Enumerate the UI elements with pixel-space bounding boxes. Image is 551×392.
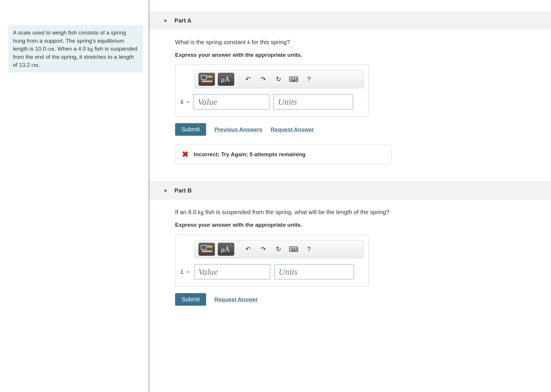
undo-icon[interactable]: ↶: [242, 73, 254, 85]
reset-icon[interactable]: ↻: [272, 243, 285, 255]
answer-toolbar: μÅ° ↶ ↷ ↻ ?: [194, 70, 364, 88]
part-b-answer-panel: μÅ° ↶ ↷ ↻ ? L =: [175, 235, 369, 287]
redo-icon[interactable]: ↷: [257, 243, 269, 255]
templates-icon[interactable]: [199, 73, 215, 86]
part-b-instruction: Express your answer with the appropriate…: [175, 222, 545, 228]
part-a-value-input[interactable]: [193, 94, 269, 109]
part-b-question: If an 8.0 kg fish is suspended from the …: [175, 208, 545, 216]
part-b-units-input[interactable]: [274, 264, 354, 279]
incorrect-x-icon: ✖: [182, 149, 189, 159]
part-a-variable-label: k =: [181, 98, 189, 106]
part-b-title: Part B: [174, 187, 192, 194]
keyboard-icon[interactable]: [288, 243, 300, 255]
reset-icon[interactable]: ↻: [272, 73, 285, 85]
part-a-instruction: Express your answer with the appropriate…: [175, 52, 545, 58]
units-mode-button[interactable]: μÅ°: [218, 73, 234, 86]
part-a-feedback-message: Incorrect; Try Again; 5 attempts remaini…: [194, 151, 306, 158]
part-a-previous-answers-link[interactable]: Previous Answers: [214, 126, 262, 133]
part-a-submit-button[interactable]: Submit: [175, 123, 206, 136]
caret-down-icon: ▼: [163, 18, 167, 23]
part-b-header[interactable]: ▼ Part B: [149, 182, 551, 200]
keyboard-icon[interactable]: [288, 73, 300, 85]
part-a-title: Part A: [174, 17, 191, 24]
part-a-feedback: ✖ Incorrect; Try Again; 5 attempts remai…: [175, 145, 392, 164]
redo-icon[interactable]: ↷: [257, 73, 269, 85]
caret-down-icon: ▼: [163, 188, 167, 193]
units-mode-button[interactable]: μÅ°: [218, 243, 234, 256]
part-b-submit-button[interactable]: Submit: [175, 293, 206, 306]
part-a-header[interactable]: ▼ Part A: [149, 12, 551, 30]
templates-icon[interactable]: [199, 243, 215, 256]
help-icon[interactable]: ?: [303, 73, 315, 85]
part-a-request-answer-link[interactable]: Request Answer: [271, 126, 314, 133]
undo-icon[interactable]: ↶: [242, 243, 254, 255]
answer-toolbar: μÅ° ↶ ↷ ↻ ?: [194, 240, 364, 258]
part-b-variable-label: L =: [181, 268, 190, 276]
part-b-request-answer-link[interactable]: Request Answer: [214, 296, 258, 303]
part-b-value-input[interactable]: [194, 264, 270, 279]
problem-statement: A scale used to weigh fish consists of a…: [8, 25, 143, 73]
part-a-answer-panel: μÅ° ↶ ↷ ↻ ? k =: [175, 65, 369, 117]
help-icon[interactable]: ?: [303, 243, 315, 255]
part-a-units-input[interactable]: [273, 94, 353, 109]
part-a-question: What is the spring constant k for this s…: [175, 38, 545, 47]
